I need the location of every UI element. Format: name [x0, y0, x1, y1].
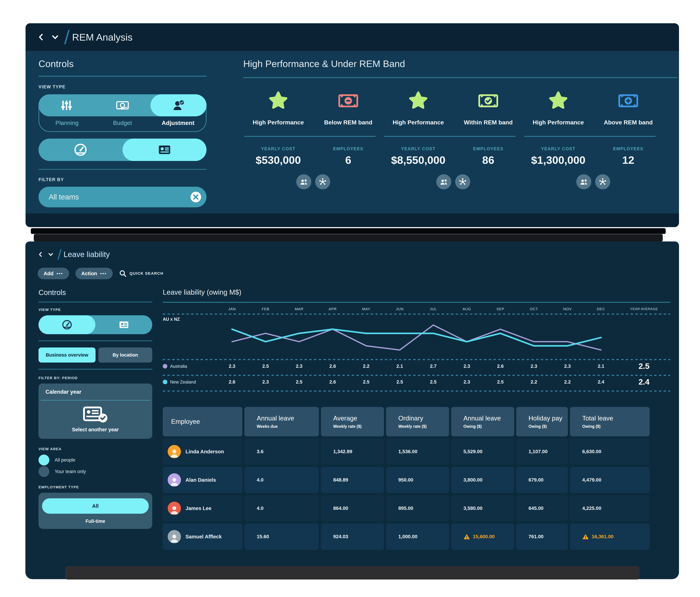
action-more-dots: •••	[100, 271, 107, 276]
rem-controls-section: Controls VIEW TYPE Planning	[39, 58, 206, 207]
teams-filter[interactable]: All teams	[39, 187, 206, 207]
card-view-option[interactable]	[95, 315, 152, 334]
new-zealand-month-value: 2.3	[249, 379, 282, 385]
group-underline	[244, 136, 376, 137]
holiday-pay-owing-cell: 679.00	[516, 467, 568, 493]
view-type-tabs: Planning Budget Adjustment	[39, 94, 206, 132]
tab-adjustment[interactable]	[150, 94, 206, 116]
rem-band-label: Above REM band	[604, 119, 653, 126]
employee-cell[interactable]: James Lee	[163, 495, 242, 521]
month-tick: DEC	[584, 307, 618, 311]
employment-type-label: EMPLOYMENT TYPE	[39, 485, 152, 489]
new-zealand-month-value: 2.3	[450, 379, 484, 385]
table-column-header[interactable]: Employee	[163, 407, 242, 437]
series-row-new-zealand: New Zealand 2.6 2.3 2.5 2.6 2.5 2.5 2.5	[163, 376, 670, 388]
people-action-button[interactable]	[576, 174, 591, 189]
month-tick: MAR	[282, 307, 316, 311]
table-row[interactable]: Linda Anderson 3.6 1,342.89 1,536.00 5,5…	[163, 439, 650, 465]
rem-band-money-icon	[478, 91, 498, 111]
tab-planning-label[interactable]: Planning	[39, 120, 95, 126]
new-zealand-label: New Zealand	[170, 379, 196, 384]
people-icon	[440, 178, 448, 186]
average-weekly-rate-cell: 848.89	[321, 467, 384, 493]
table-column-header[interactable]: Annual leave Owing ($)	[451, 407, 514, 437]
months-axis: JAN FEB MAR APR MAY JUN JUL AUG SEP	[163, 307, 670, 311]
employee-cell[interactable]: Alan Daniels	[163, 467, 242, 493]
australia-month-value: 2.3	[450, 364, 484, 369]
action-button[interactable]: Action•••	[75, 268, 113, 279]
gauge-view-option[interactable]	[39, 139, 123, 161]
window-shadow-strip	[34, 234, 663, 242]
gauge-view-option[interactable]	[39, 315, 95, 334]
network-icon	[599, 178, 607, 186]
tab-adjustment-label[interactable]: Adjustment	[150, 120, 206, 126]
dropdown-chevron-icon[interactable]	[48, 251, 54, 257]
tab-business-overview[interactable]: Business overview	[39, 348, 96, 363]
teams-filter-value: All teams	[49, 193, 79, 201]
tab-planning[interactable]	[39, 94, 95, 116]
chart-underline	[163, 302, 670, 303]
table-column-header[interactable]: Holiday pay Owing ($)	[516, 407, 568, 437]
employee-cell[interactable]: Linda Anderson	[163, 439, 242, 465]
page-title: Leave liability	[64, 250, 110, 259]
display-mode-toggle	[39, 315, 152, 334]
back-chevron-icon[interactable]	[38, 251, 44, 257]
breadcrumb-slash	[64, 30, 70, 44]
people-action-button[interactable]	[296, 174, 311, 189]
view-area-your-team[interactable]: Your team only	[39, 466, 152, 477]
warning-icon	[464, 533, 470, 540]
card-view-option[interactable]	[123, 139, 206, 161]
tab-budget-label[interactable]: Budget	[95, 120, 150, 126]
employment-fulltime-button[interactable]: Full-time	[42, 519, 149, 524]
employees-label: EMPLOYEES	[593, 146, 663, 151]
group-underline	[384, 136, 516, 137]
dropdown-chevron-icon[interactable]	[51, 33, 59, 41]
australia-month-value: 2.2	[349, 364, 383, 369]
radio-unselected[interactable]	[39, 466, 49, 477]
table-row[interactable]: Samuel Affleck 15.60 924.03 1,000.00 15,…	[163, 523, 650, 550]
high-performance-label: High Performance	[393, 119, 444, 126]
australia-month-value: 2.6	[483, 364, 517, 369]
employment-all-button[interactable]: All	[42, 498, 149, 514]
network-action-button[interactable]	[315, 174, 330, 189]
chart-lines	[163, 315, 670, 356]
average-weekly-rate-cell: 1,342.89	[321, 439, 384, 465]
select-another-year-button[interactable]: Select another year	[39, 427, 152, 432]
network-icon	[319, 178, 327, 186]
network-action-button[interactable]	[455, 174, 470, 189]
stat-groups: High Performance Below REM band	[243, 78, 677, 210]
annual-leave-owing-cell: 15,600.00	[451, 523, 514, 550]
avatar	[168, 473, 181, 487]
people-action-button[interactable]	[436, 174, 451, 189]
total-leave-owing-cell: 16,361.00	[570, 523, 650, 550]
new-zealand-dot	[163, 380, 167, 384]
rem-band-money-icon	[338, 91, 358, 111]
add-button[interactable]: Add•••	[38, 268, 69, 279]
window-shadow-strip	[31, 228, 666, 234]
back-chevron-icon[interactable]	[37, 33, 45, 41]
avatar	[168, 445, 181, 458]
australia-month-value: 2.1	[383, 364, 417, 369]
weeks-due-cell: 15.60	[245, 523, 319, 550]
controls-underline	[39, 76, 206, 77]
table-row[interactable]: Alan Daniels 4.0 848.89 950.00 3,800.00 …	[163, 467, 650, 493]
month-tick: FEB	[249, 307, 282, 311]
clear-filter-icon[interactable]	[190, 191, 202, 203]
tab-budget[interactable]	[95, 94, 150, 116]
person-icon	[169, 533, 179, 543]
network-action-button[interactable]	[595, 174, 610, 189]
view-area-all-people[interactable]: All people	[39, 454, 152, 466]
radio-selected[interactable]	[39, 454, 49, 466]
table-column-header[interactable]: Ordinary Weekly rate ($)	[386, 407, 449, 437]
australia-month-value: 2.5	[249, 364, 282, 369]
table-column-header[interactable]: Total leave Owing ($)	[570, 407, 650, 437]
table-column-header[interactable]: Average Weekly rate ($)	[321, 407, 384, 437]
table-column-header[interactable]: Annual leave Weeks due	[245, 407, 319, 437]
network-icon	[458, 178, 467, 186]
quick-search[interactable]: QUICK SEARCH	[119, 270, 164, 277]
month-tick: APR	[316, 307, 349, 311]
star-icon	[548, 91, 568, 111]
table-row[interactable]: James Lee 4.0 864.00 895.00 3,580.00 645…	[163, 495, 650, 521]
tab-by-location[interactable]: By location	[98, 348, 152, 363]
employee-cell[interactable]: Samuel Affleck	[163, 523, 242, 550]
